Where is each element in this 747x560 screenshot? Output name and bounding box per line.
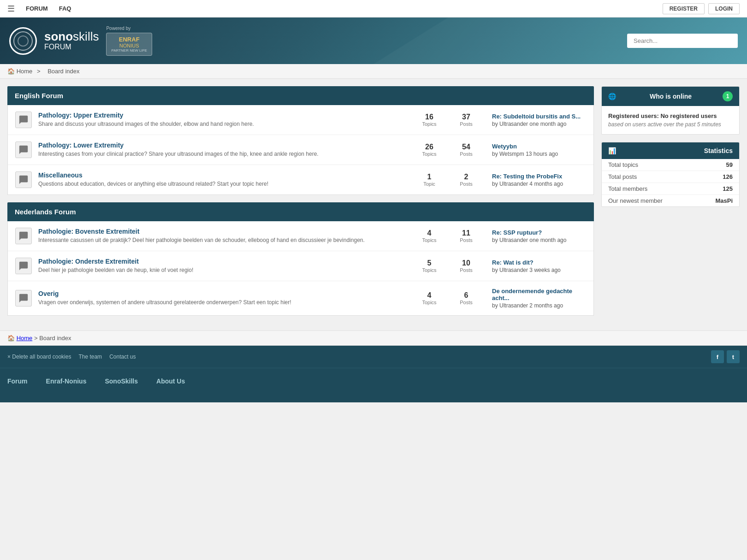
last-title[interactable]: Re: Subdeltoid bursitis and S... [492, 113, 586, 120]
who-is-online-header: 🌐 Who is online 1 [602, 87, 739, 106]
topics-num: 26 [411, 143, 448, 151]
logo-sono: sono [44, 29, 73, 43]
table-row[interactable]: Pathologie: Onderste Extremiteit Deel hi… [8, 251, 593, 281]
breadcrumb-sep: > [37, 68, 41, 75]
delete-cookies-btn[interactable]: × Delete all board cookies [7, 354, 71, 360]
forum-title[interactable]: Overig [38, 290, 411, 297]
stats-row-topics: Total topics 59 [602, 159, 739, 171]
posts-num: 10 [448, 259, 485, 267]
forum-title[interactable]: Pathologie: Onderste Extremiteit [38, 258, 411, 265]
main-container: English Forum Pathology: Upper Extremity… [0, 79, 747, 330]
the-team-link[interactable]: The team [78, 354, 102, 360]
topics-num: 1 [411, 173, 448, 181]
nederlands-forum-header: Nederlands Forum [7, 202, 594, 221]
forum-last: De ondernemende gedachte acht... by Ultr… [485, 288, 586, 309]
forum-info: Overig Vragen over onderwijs, systemen o… [38, 290, 411, 307]
topics-num: 4 [411, 291, 448, 300]
last-by: by Ultrasander one month ago [492, 121, 586, 127]
bottom-footer: Forum Enraf-Nonius SonoSkills About Us [0, 368, 747, 402]
who-is-online-icon: 🌐 [608, 93, 616, 100]
table-row[interactable]: Pathology: Upper Extremity Share and dis… [8, 105, 593, 135]
search-input[interactable] [627, 34, 738, 48]
nonius-text: NONIUS [111, 43, 147, 48]
english-forum-table: Pathology: Upper Extremity Share and dis… [7, 105, 594, 195]
top-nav: ☰ FORUM FAQ REGISTER LOGIN [0, 0, 747, 18]
register-button[interactable]: REGISTER [663, 3, 705, 14]
nav-forum[interactable]: FORUM [22, 3, 52, 14]
forum-last: Re: Subdeltoid bursitis and S... by Ultr… [485, 113, 586, 127]
forum-posts: 54 Posts [448, 143, 485, 157]
stats-row-newest: Our newest member MasPi [602, 195, 739, 206]
forum-posts: 2 Posts [448, 173, 485, 187]
last-by: by Ultrasander 3 weeks ago [492, 267, 586, 273]
facebook-icon[interactable]: f [711, 350, 724, 363]
powered-by-text: Powered by [106, 26, 130, 31]
last-title[interactable]: Re: SSP ruptuur? [492, 229, 586, 236]
logo-area: sonoskills FORUM Powered by ENRAF NONIUS… [9, 26, 152, 56]
posts-num: 6 [448, 291, 485, 300]
posts-label: Posts [448, 267, 485, 273]
posts-num: 37 [448, 113, 485, 121]
posts-label: Posts [448, 181, 485, 187]
tagline-text: PARTNER NEW LIFE [111, 48, 147, 53]
forum-title[interactable]: Pathology: Upper Extremity [38, 112, 411, 119]
table-row[interactable]: Overig Vragen over onderwijs, systemen o… [8, 281, 593, 315]
posts-num: 11 [448, 229, 485, 237]
footer-links-bar: × Delete all board cookies The team Cont… [0, 346, 747, 368]
forum-posts: 10 Posts [448, 259, 485, 273]
forum-posts: 37 Posts [448, 113, 485, 127]
nav-faq[interactable]: FAQ [55, 3, 75, 14]
who-is-online-widget: 🌐 Who is online 1 Registered users: No r… [601, 86, 740, 135]
forum-info: Pathologie: Onderste Extremiteit Deel hi… [38, 258, 411, 274]
forum-desc: Deel hier je pathologie beelden van de h… [38, 266, 411, 274]
forum-title[interactable]: Pathologie: Bovenste Extremiteit [38, 228, 411, 235]
last-title[interactable]: De ondernemende gedachte acht... [492, 288, 586, 301]
breadcrumb-home-bottom[interactable]: Home [17, 335, 33, 342]
statistics-icon: 📊 [608, 147, 616, 154]
twitter-icon[interactable]: t [727, 350, 740, 363]
logo-text: sonoskills FORUM [44, 30, 99, 51]
logo-circle [9, 27, 37, 55]
footer-col-sonoskills: SonoSkills [105, 377, 138, 389]
stats-row-posts: Total posts 126 [602, 171, 739, 183]
forum-last: Re: SSP ruptuur? by Ultrasander one mont… [485, 229, 586, 243]
last-title[interactable]: Re: Testing the ProbeFix [492, 173, 586, 180]
stat-label: Our newest member [608, 197, 663, 204]
last-title[interactable]: Re: Wat is dit? [492, 259, 586, 266]
forum-last: Re: Wat is dit? by Ultrasander 3 weeks a… [485, 259, 586, 273]
forum-posts: 6 Posts [448, 291, 485, 305]
newest-member-value[interactable]: MasPi [715, 197, 733, 204]
breadcrumb-home[interactable]: Home [17, 68, 33, 75]
topics-label: Topic [411, 181, 448, 187]
table-row[interactable]: Pathologie: Bovenste Extremiteit Interes… [8, 221, 593, 251]
topics-label: Topics [411, 300, 448, 305]
forum-topics: 4 Topics [411, 291, 448, 305]
login-button[interactable]: LOGIN [708, 3, 740, 14]
last-title[interactable]: Wetyybn [492, 143, 586, 150]
stat-label: Total members [608, 185, 647, 192]
footer-social: f t [711, 350, 740, 363]
footer-col-title: Forum [7, 377, 28, 385]
footer-col-title: SonoSkills [105, 377, 138, 385]
table-row[interactable]: Miscellaneous Questions about education,… [8, 165, 593, 195]
stat-value: 59 [726, 161, 733, 168]
posts-label: Posts [448, 121, 485, 127]
who-is-online-body: Registered users: No registered users ba… [602, 106, 739, 134]
footer-links-left: × Delete all board cookies The team Cont… [7, 354, 136, 360]
breadcrumb-bottom: 🏠 Home > Board index [0, 330, 747, 346]
nav-links: FORUM FAQ [22, 3, 663, 14]
forum-title[interactable]: Miscellaneous [38, 171, 411, 179]
table-row[interactable]: Pathology: Lower Extremity Interesting c… [8, 135, 593, 165]
logo-brand: sonoskills [44, 30, 99, 42]
forum-info: Pathology: Upper Extremity Share and dis… [38, 112, 411, 128]
hamburger-icon[interactable]: ☰ [7, 4, 15, 14]
forum-title[interactable]: Pathology: Lower Extremity [38, 141, 411, 149]
english-forum-header: English Forum [7, 86, 594, 105]
contact-us-link[interactable]: Contact us [109, 354, 136, 360]
breadcrumb-top: 🏠 Home > Board index [0, 64, 747, 79]
posts-label: Posts [448, 151, 485, 157]
forum-topics: 5 Topics [411, 259, 448, 273]
forum-topics: 1 Topic [411, 173, 448, 187]
who-is-online-title: Who is online [650, 93, 692, 100]
breadcrumb-sep-bottom: > [34, 335, 38, 342]
